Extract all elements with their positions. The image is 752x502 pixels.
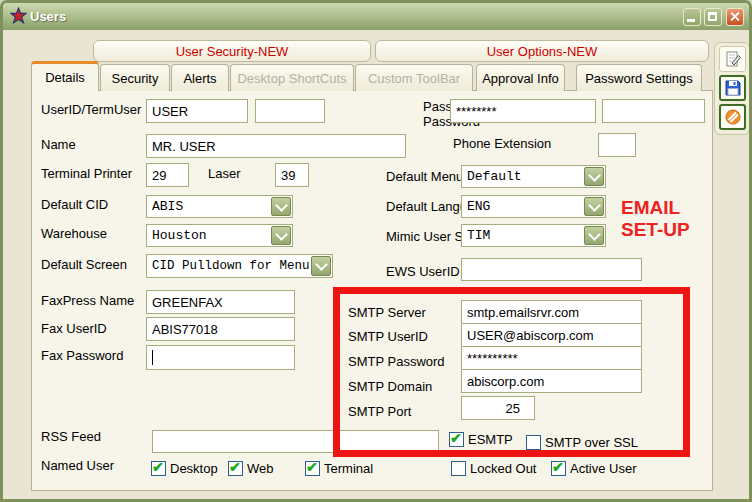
desktop-label: Desktop (170, 461, 218, 476)
rss-feed-input[interactable] (152, 430, 439, 453)
cancel-icon (724, 108, 742, 126)
smtp-port-label: SMTP Port (348, 404, 411, 419)
warehouse-select[interactable]: Houston (146, 224, 293, 247)
web-checkbox[interactable]: ✔ (228, 461, 243, 476)
maximize-button[interactable] (704, 8, 722, 26)
esmtp-checkbox[interactable]: ✔ (449, 432, 464, 447)
default-menu-select[interactable]: Default (461, 165, 606, 188)
ews-userid-input[interactable] (461, 258, 642, 281)
phone-extension-input[interactable] (598, 133, 636, 157)
ews-userid-label: EWS UserID (386, 264, 460, 279)
laser-input[interactable] (275, 163, 309, 187)
default-language-select[interactable]: ENG (461, 195, 606, 218)
chevron-down-icon[interactable] (271, 197, 291, 216)
smtp-domain-input[interactable] (461, 369, 642, 393)
smtp-port-input[interactable] (461, 396, 535, 420)
smtp-server-label: SMTP Server (348, 305, 426, 320)
chevron-down-icon[interactable] (584, 226, 604, 245)
default-cid-label: Default CID (41, 197, 108, 212)
warehouse-label: Warehouse (41, 226, 107, 241)
fax-userid-label: Fax UserID (41, 321, 107, 336)
default-menu-label: Default Menu (386, 169, 463, 184)
minimize-button[interactable] (683, 8, 701, 26)
smtp-domain-label: SMTP Domain (348, 379, 432, 394)
password2-input[interactable] (602, 99, 705, 123)
terminal-label: Terminal (324, 461, 373, 476)
star-icon (10, 7, 27, 24)
mimic-user-security-value: TIM (467, 228, 490, 243)
default-screen-label: Default Screen (41, 257, 127, 272)
web-label: Web (247, 461, 274, 476)
user-security-new-button[interactable]: User Security-NEW (93, 40, 371, 62)
chevron-down-icon[interactable] (584, 197, 604, 216)
email-setup-annotation: EMAIL SET-UP (621, 197, 713, 241)
tab-security[interactable]: Security (100, 64, 170, 91)
user-options-new-button[interactable]: User Options-NEW (375, 40, 709, 62)
name-input[interactable] (146, 134, 406, 158)
tab-custom-toolbar[interactable]: Custom ToolBar (355, 64, 473, 91)
smtp-userid-label: SMTP UserID (348, 329, 428, 344)
userid-label: UserID/TermUser (41, 102, 141, 117)
tab-desktop-shortcuts[interactable]: Desktop ShortCuts (230, 64, 354, 91)
minimize-icon (687, 19, 695, 22)
default-screen-value: CID Pulldown for Menu (152, 259, 310, 273)
active-user-checkbox[interactable]: ✔ (551, 461, 566, 476)
title-bar[interactable]: Users (3, 3, 749, 30)
active-user-label: Active User (570, 461, 636, 476)
warehouse-value: Houston (152, 228, 207, 243)
fax-userid-input[interactable] (146, 317, 295, 341)
default-cid-select[interactable]: ABIS (146, 195, 293, 218)
tab-approval-info[interactable]: Approval Info (476, 64, 565, 91)
tab-alerts[interactable]: Alerts (171, 64, 229, 91)
tab-password-settings[interactable]: Password Settings (576, 64, 702, 91)
checkmark-icon: ✔ (152, 459, 164, 475)
close-button[interactable] (726, 8, 744, 26)
window-title: Users (30, 9, 66, 24)
password-input[interactable] (450, 99, 596, 123)
smtp-over-ssl-checkbox[interactable] (526, 435, 541, 450)
side-toolbar (714, 42, 750, 135)
cancel-button[interactable] (719, 104, 746, 130)
fax-password-input[interactable] (146, 345, 295, 370)
chevron-down-icon[interactable] (271, 226, 291, 245)
laser-label: Laser (208, 166, 241, 181)
maximize-icon (708, 12, 717, 21)
terminal-printer-label: Terminal Printer (41, 166, 132, 181)
phone-extension-label: Phone Extension (453, 136, 551, 151)
checkmark-icon: ✔ (552, 459, 564, 475)
smtp-server-input[interactable] (461, 300, 642, 324)
smtp-password-input[interactable] (461, 346, 642, 370)
smtp-userid-input[interactable] (461, 323, 642, 347)
default-screen-select[interactable]: CID Pulldown for Menu (146, 254, 333, 278)
smtp-password-label: SMTP Password (348, 354, 445, 369)
checkmark-icon: ✔ (229, 459, 241, 475)
named-user-label: Named User (41, 458, 114, 473)
userid-input[interactable] (146, 99, 248, 123)
save-button[interactable] (719, 75, 746, 101)
default-menu-value: Default (467, 169, 522, 184)
faxpress-name-input[interactable] (146, 290, 295, 314)
save-icon (724, 79, 742, 97)
name-label: Name (41, 137, 76, 152)
edit-record-button[interactable] (719, 46, 746, 72)
text-cursor (152, 350, 153, 365)
default-language-value: ENG (467, 199, 490, 214)
users-window: Users User Security-NEW User Options-NEW (0, 0, 752, 502)
locked-out-checkbox[interactable] (451, 461, 466, 476)
faxpress-name-label: FaxPress Name (41, 293, 134, 308)
rss-feed-label: RSS Feed (41, 429, 101, 444)
default-cid-value: ABIS (152, 199, 183, 214)
checkmark-icon: ✔ (450, 430, 462, 446)
chevron-down-icon[interactable] (584, 167, 604, 186)
checkmark-icon: ✔ (306, 459, 318, 475)
chevron-down-icon[interactable] (311, 256, 331, 276)
terminal-printer-input[interactable] (146, 163, 189, 187)
edit-record-icon (724, 50, 742, 68)
mimic-user-security-select[interactable]: TIM (461, 224, 606, 247)
userid2-input[interactable] (255, 99, 325, 123)
esmtp-label: ESMTP (468, 432, 513, 447)
fax-password-label: Fax Password (41, 348, 123, 363)
tab-details[interactable]: Details (31, 61, 99, 91)
desktop-checkbox[interactable]: ✔ (151, 461, 166, 476)
terminal-checkbox[interactable]: ✔ (305, 461, 320, 476)
